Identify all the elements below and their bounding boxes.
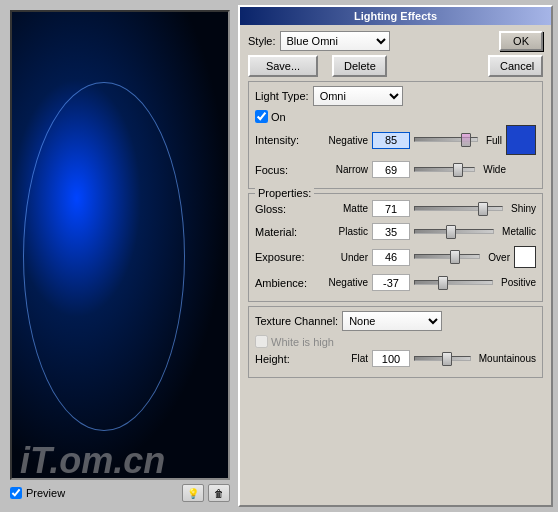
texture-select[interactable]: None bbox=[342, 311, 442, 331]
white-is-high-row: White is high bbox=[255, 335, 536, 348]
neg-label: Negative bbox=[320, 277, 368, 288]
properties-section: Properties: Gloss: Matte Shiny Material:… bbox=[248, 193, 543, 302]
plastic-label: Plastic bbox=[320, 226, 368, 237]
light-type-row: Light Type: Omni bbox=[255, 86, 536, 106]
ok-button[interactable]: OK bbox=[499, 31, 543, 51]
exposure-input[interactable] bbox=[372, 249, 410, 266]
preview-box bbox=[10, 10, 230, 480]
over-label: Over bbox=[488, 252, 510, 263]
lighting-effects-dialog: Lighting Effects Style: Blue Omni OK Sav… bbox=[238, 5, 553, 507]
ambience-label: Ambience: bbox=[255, 277, 320, 289]
style-label: Style: bbox=[248, 35, 276, 47]
material-row: Material: Plastic Metallic bbox=[255, 223, 536, 240]
white-is-high-label: White is high bbox=[271, 336, 334, 348]
cancel-button[interactable]: Cancel bbox=[488, 55, 543, 77]
intensity-label: Intensity: bbox=[255, 134, 320, 146]
save-delete-row: Save... Delete Cancel bbox=[248, 55, 543, 77]
exposure-thumb[interactable] bbox=[450, 250, 460, 264]
texture-channel-label: Texture Channel: bbox=[255, 315, 338, 327]
texture-row: Texture Channel: None bbox=[255, 311, 536, 331]
dialog-body: Style: Blue Omni OK Save... Delete Cance… bbox=[240, 25, 551, 388]
ambience-input[interactable] bbox=[372, 274, 410, 291]
exposure-row: Exposure: Under Over bbox=[255, 246, 536, 268]
intensity-slider-thumb[interactable] bbox=[461, 133, 471, 147]
focus-label: Focus: bbox=[255, 164, 320, 176]
narrow-label: Narrow bbox=[320, 164, 368, 175]
gloss-thumb[interactable] bbox=[478, 202, 488, 216]
save-button[interactable]: Save... bbox=[248, 55, 318, 77]
preview-delete-btn[interactable]: 🗑 bbox=[208, 484, 230, 502]
focus-row: Focus: Narrow Wide bbox=[255, 161, 536, 178]
preview-controls: Preview 💡 🗑 bbox=[10, 484, 230, 502]
metallic-label: Metallic bbox=[502, 226, 536, 237]
preview-image bbox=[12, 12, 228, 478]
on-label: On bbox=[271, 111, 286, 123]
material-slider[interactable] bbox=[414, 225, 494, 239]
delete-button[interactable]: Delete bbox=[332, 55, 387, 77]
full-label: Full bbox=[486, 135, 502, 146]
style-row: Style: Blue Omni OK bbox=[248, 31, 543, 51]
properties-title: Properties: bbox=[255, 187, 314, 199]
focus-slider-track[interactable] bbox=[414, 163, 475, 177]
preview-checkbox[interactable] bbox=[10, 487, 22, 499]
mountainous-label: Mountainous bbox=[479, 353, 536, 364]
on-row: On bbox=[255, 110, 536, 123]
light-type-label: Light Type: bbox=[255, 90, 309, 102]
focus-slider-thumb[interactable] bbox=[453, 163, 463, 177]
matte-label: Matte bbox=[320, 203, 368, 214]
preview-circle bbox=[23, 82, 185, 432]
flat-label: Flat bbox=[320, 353, 368, 364]
height-thumb[interactable] bbox=[442, 352, 452, 366]
material-input[interactable] bbox=[372, 223, 410, 240]
preview-light-btn[interactable]: 💡 bbox=[182, 484, 204, 502]
intensity-input[interactable] bbox=[372, 132, 410, 149]
wide-label: Wide bbox=[483, 164, 506, 175]
white-is-high-checkbox[interactable] bbox=[255, 335, 268, 348]
gloss-label: Gloss: bbox=[255, 203, 320, 215]
gloss-input[interactable] bbox=[372, 200, 410, 217]
dialog-title: Lighting Effects bbox=[240, 7, 551, 25]
height-input[interactable] bbox=[372, 350, 410, 367]
gloss-row: Gloss: Matte Shiny bbox=[255, 200, 536, 217]
ambience-thumb[interactable] bbox=[438, 276, 448, 290]
intensity-row: Intensity: Negative Full bbox=[255, 125, 536, 155]
focus-input[interactable] bbox=[372, 161, 410, 178]
texture-section: Texture Channel: None White is high Heig… bbox=[248, 306, 543, 378]
preview-label: Preview bbox=[26, 487, 178, 499]
intensity-slider-track[interactable] bbox=[414, 133, 478, 147]
negative-label: Negative bbox=[320, 135, 368, 146]
preview-panel: Preview 💡 🗑 bbox=[10, 10, 230, 502]
material-thumb[interactable] bbox=[446, 225, 456, 239]
height-label: Height: bbox=[255, 353, 320, 365]
exposure-label: Exposure: bbox=[255, 251, 320, 263]
ambience-row: Ambience: Negative Positive bbox=[255, 274, 536, 291]
exposure-slider[interactable] bbox=[414, 250, 480, 264]
style-select[interactable]: Blue Omni bbox=[280, 31, 390, 51]
color-swatch[interactable] bbox=[506, 125, 536, 155]
shiny-label: Shiny bbox=[511, 203, 536, 214]
light-type-select[interactable]: Omni bbox=[313, 86, 403, 106]
height-slider[interactable] bbox=[414, 352, 471, 366]
on-checkbox[interactable] bbox=[255, 110, 268, 123]
light-type-section: Light Type: Omni On Intensity: Negative bbox=[248, 81, 543, 189]
under-label: Under bbox=[320, 252, 368, 263]
height-row: Height: Flat Mountainous bbox=[255, 350, 536, 367]
gloss-slider[interactable] bbox=[414, 202, 503, 216]
positive-label: Positive bbox=[501, 277, 536, 288]
exposure-swatch[interactable] bbox=[514, 246, 536, 268]
material-label: Material: bbox=[255, 226, 320, 238]
ambience-slider[interactable] bbox=[414, 276, 493, 290]
